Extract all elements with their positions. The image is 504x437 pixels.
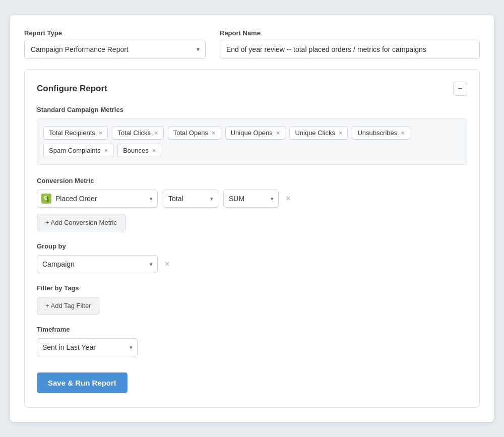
conversion-row: Placed Order Viewed Product Added to Car… (37, 190, 467, 208)
metric-tag-total-recipients: Total Recipients × (43, 126, 108, 140)
remove-unique-opens-icon[interactable]: × (276, 130, 280, 136)
save-run-report-button[interactable]: Save & Run Report (37, 372, 128, 393)
remove-conversion-metric-icon[interactable]: × (284, 194, 292, 203)
remove-unique-clicks-icon[interactable]: × (339, 130, 343, 136)
group-by-subsection: Group by Campaign List Tag Month ▾ × (37, 242, 467, 273)
remove-total-opens-icon[interactable]: × (212, 130, 216, 136)
add-conversion-metric-button[interactable]: + Add Conversion Metric (37, 214, 125, 231)
metric-tag-label: Total Opens (173, 129, 208, 137)
standard-metrics-title: Standard Campaign Metrics (37, 106, 467, 113)
configure-section-header: Configure Report − (37, 82, 467, 96)
timeframe-subsection: Timeframe Sent in Last Year Sent in Last… (37, 326, 467, 356)
metric-tag-unique-clicks: Unique Clicks × (289, 126, 348, 140)
metric-tag-total-clicks: Total Clicks × (112, 126, 163, 140)
placed-order-select[interactable]: Placed Order Viewed Product Added to Car… (37, 190, 158, 208)
configure-section: Configure Report − Standard Campaign Met… (24, 69, 480, 408)
metric-tag-bounces: Bounces × (117, 144, 161, 157)
total-select-wrapper: Total Unique ▾ (163, 190, 218, 208)
standard-metrics-subsection: Standard Campaign Metrics Total Recipien… (37, 106, 467, 165)
metric-tag-label: Total Clicks (117, 129, 151, 137)
report-type-select-wrapper: Campaign Performance Report Automation R… (24, 40, 206, 59)
report-type-select[interactable]: Campaign Performance Report Automation R… (24, 40, 206, 59)
metric-tag-label: Spam Complaints (49, 147, 101, 154)
timeframe-select-wrapper: Sent in Last Year Sent in Last Month Sen… (37, 338, 138, 356)
timeframe-select[interactable]: Sent in Last Year Sent in Last Month Sen… (37, 338, 138, 356)
report-type-group: Report Type Campaign Performance Report … (24, 29, 206, 59)
top-row: Report Type Campaign Performance Report … (24, 29, 480, 59)
metric-tag-label: Unique Clicks (295, 129, 335, 137)
remove-spam-complaints-icon[interactable]: × (104, 147, 108, 154)
remove-unsubscribes-icon[interactable]: × (401, 130, 405, 136)
remove-total-recipients-icon[interactable]: × (99, 130, 103, 136)
metrics-area: Total Recipients × Total Clicks × Total … (37, 118, 467, 165)
sum-select[interactable]: SUM AVG COUNT (223, 190, 279, 208)
group-by-select[interactable]: Campaign List Tag Month (37, 255, 158, 273)
collapse-button[interactable]: − (453, 82, 467, 96)
remove-bounces-icon[interactable]: × (152, 147, 156, 154)
group-row: Campaign List Tag Month ▾ × (37, 255, 467, 273)
add-tag-filter-button[interactable]: + Add Tag Filter (37, 297, 99, 315)
report-name-input[interactable] (220, 40, 480, 59)
group-by-title: Group by (37, 242, 467, 250)
filter-by-tags-title: Filter by Tags (37, 284, 467, 292)
page-container: Report Type Campaign Performance Report … (10, 15, 494, 422)
placed-order-select-wrapper: Placed Order Viewed Product Added to Car… (37, 190, 158, 208)
report-name-label: Report Name (220, 29, 480, 37)
metric-tag-label: Unique Opens (231, 129, 273, 137)
metric-tag-label: Total Recipients (49, 129, 95, 137)
metric-tag-total-opens: Total Opens × (168, 126, 221, 140)
configure-section-title: Configure Report (37, 84, 107, 94)
metric-tag-unsubscribes: Unsubscribes × (352, 126, 410, 140)
report-type-label: Report Type (24, 29, 206, 37)
sum-select-wrapper: SUM AVG COUNT ▾ (223, 190, 279, 208)
timeframe-title: Timeframe (37, 326, 467, 333)
total-select[interactable]: Total Unique (163, 190, 218, 208)
remove-total-clicks-icon[interactable]: × (154, 130, 158, 136)
metric-tag-spam-complaints: Spam Complaints × (43, 144, 113, 157)
metric-tag-label: Bounces (123, 147, 149, 154)
metric-tag-unique-opens: Unique Opens × (225, 126, 286, 140)
remove-group-by-icon[interactable]: × (163, 260, 171, 269)
filter-by-tags-subsection: Filter by Tags + Add Tag Filter (37, 284, 467, 315)
report-name-group: Report Name (220, 29, 480, 59)
group-by-select-wrapper: Campaign List Tag Month ▾ (37, 255, 158, 273)
conversion-metric-subsection: Conversion Metric Placed Order Viewed Pr… (37, 177, 467, 231)
conversion-metric-title: Conversion Metric (37, 177, 467, 184)
metric-tag-label: Unsubscribes (357, 129, 397, 137)
